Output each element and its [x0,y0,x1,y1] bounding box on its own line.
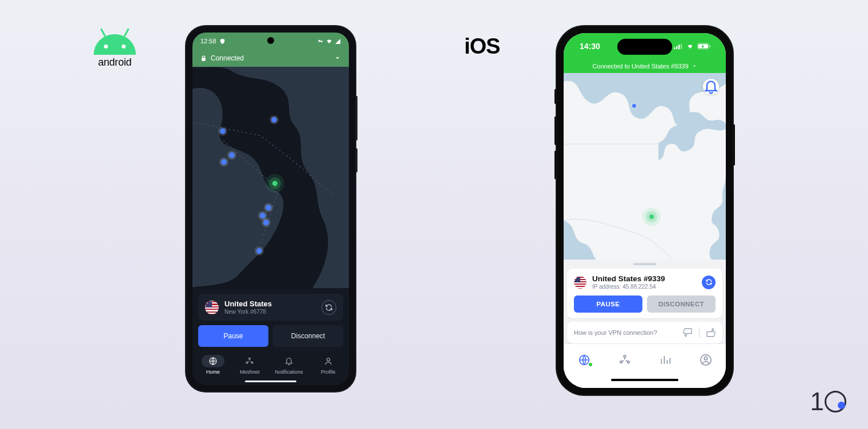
android-camera-cutout [267,37,274,44]
android-status-bar: 12:58 [192,33,349,50]
server-pin[interactable] [632,104,636,108]
android-logo: android [94,34,136,68]
android-head-icon [94,34,136,55]
svg-point-5 [327,358,329,361]
ios-map[interactable] [564,73,726,260]
disconnect-button[interactable]: Disconnect [273,325,343,347]
lock-icon [200,55,207,62]
android-server-card[interactable]: United States New York #6778 [198,294,343,321]
refresh-icon [325,303,333,311]
svg-rect-8 [678,44,680,49]
android-gesture-bar [192,377,349,385]
globe-icon [208,357,218,366]
server-pin[interactable] [256,248,262,254]
pause-button[interactable]: Pause [198,325,268,347]
ios-tab-bar [564,343,726,375]
server-pin[interactable] [266,205,271,211]
android-phone-frame: 12:58 Connected [186,26,355,391]
server-pin[interactable] [263,220,269,225]
tab-meshnet[interactable] [613,349,636,371]
brand-10-logo: 1 [810,389,846,414]
svg-point-15 [624,355,626,357]
server-pin[interactable] [229,152,235,158]
wifi-icon [686,43,694,50]
globe-icon [578,354,590,366]
svg-point-2 [249,358,251,359]
profile-icon [700,354,712,366]
disconnect-button[interactable]: DISCONNECT [647,296,716,313]
refresh-button[interactable] [322,300,336,315]
server-pin[interactable] [271,117,277,123]
key-icon [318,38,324,44]
reconnect-button[interactable] [702,276,716,289]
feedback-question: How is your VPN connection? [574,329,657,336]
svg-rect-11 [709,45,710,47]
nav-profile[interactable]: Profile [317,355,340,375]
server-pin[interactable] [220,128,226,134]
thumbs-up-icon[interactable] [705,327,716,338]
pause-button[interactable]: PAUSE [574,296,642,313]
us-flag-icon [574,276,586,289]
server-ip: IP address: 45.88.222.54 [592,284,696,290]
battery-icon [335,38,341,44]
sheet-handle[interactable] [633,263,656,265]
svg-rect-7 [676,46,677,49]
ios-connected-label: Connected to United States #9339 [592,63,688,70]
cellular-icon [674,43,683,50]
android-bottom-nav: Home Meshnet Notifications Profile [192,350,349,377]
ios-server-card: United States #9339 IP address: 45.88.22… [567,269,722,318]
server-detail: New York #6778 [224,309,316,315]
dynamic-island [617,39,672,55]
meshnet-icon [618,354,631,366]
bell-icon [703,79,719,95]
tab-profile[interactable] [694,349,717,371]
nav-label: Notifications [275,369,303,375]
ios-feedback-card: How is your VPN connection? [567,322,722,343]
bars-icon [660,354,671,366]
chevron-down-icon[interactable] [334,55,341,62]
tab-statistics[interactable] [654,349,677,371]
iphone-frame: 14:30 Connected to United States #9339 [557,26,733,395]
wifi-icon [326,38,332,44]
nav-meshnet[interactable]: Meshnet [238,355,261,375]
ios-home-indicator [564,375,726,388]
svg-point-19 [704,357,708,360]
server-country: United States [224,300,316,308]
svg-rect-9 [681,43,682,49]
nav-label: Meshnet [240,369,260,375]
bell-icon [284,357,294,366]
ios-label: iOS [464,34,500,59]
shield-icon [219,38,226,44]
server-pin-active[interactable] [649,214,654,219]
android-connected-bar[interactable]: Connected [192,50,349,67]
thumbs-down-icon[interactable] [683,327,693,338]
android-connected-label: Connected [211,54,244,62]
ios-time: 14:30 [580,42,600,51]
server-pin-active[interactable] [272,181,278,186]
ios-bottom-sheet: United States #9339 IP address: 45.88.22… [564,260,726,343]
tab-home[interactable] [573,349,596,371]
nav-notifications[interactable]: Notifications [275,355,303,375]
android-map[interactable] [192,67,349,288]
nav-home[interactable]: Home [202,355,224,375]
ios-connected-bar[interactable]: Connected to United States #9339 [564,59,726,73]
ios-whats-new-button[interactable] [703,79,719,95]
server-title: United States #9339 [592,274,696,283]
chevron-down-icon [692,63,697,69]
nav-label: Profile [321,369,336,375]
android-bottom-sheet: United States New York #6778 Pause Disco… [192,288,349,350]
meshnet-icon [245,357,254,366]
server-pin[interactable] [221,159,227,165]
android-label: android [98,56,132,68]
profile-icon [324,357,333,366]
server-pin[interactable] [260,213,266,218]
svg-rect-6 [674,47,675,49]
us-flag-icon [205,301,219,314]
battery-charging-icon [697,43,711,50]
nav-label: Home [206,369,220,375]
android-time: 12:58 [200,38,216,44]
refresh-icon [705,278,713,286]
